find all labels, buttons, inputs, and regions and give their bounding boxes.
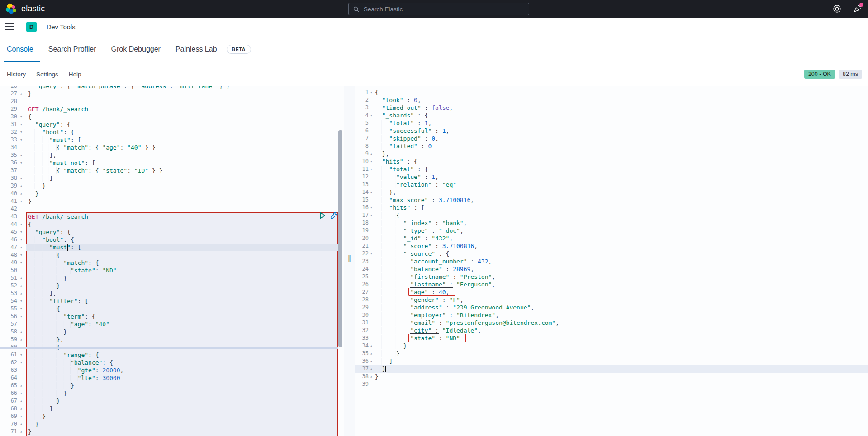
fold-toggle-icon[interactable]: ▾: [369, 112, 374, 119]
code-line[interactable]: 44▾{: [0, 220, 344, 228]
code-line[interactable]: 43GET /bank/_search: [0, 213, 344, 220]
global-search-bar[interactable]: [348, 3, 529, 15]
code-line[interactable]: 1▾{: [355, 89, 868, 96]
code-line[interactable]: 30 "employer" : "Bitendrex",: [355, 311, 868, 319]
elastic-logo-icon[interactable]: [5, 3, 17, 15]
fold-toggle-icon[interactable]: ▴: [17, 274, 25, 282]
fold-toggle-icon[interactable]: ▴: [17, 389, 25, 397]
code-line[interactable]: 59▴ },: [0, 336, 344, 343]
code-line[interactable]: 30▾{: [0, 113, 344, 121]
code-line[interactable]: 32 "city" : "Idledale",: [355, 327, 868, 334]
fold-toggle-icon[interactable]: ▴: [369, 373, 374, 380]
code-line[interactable]: 49▾ "match": {: [0, 259, 344, 267]
code-line[interactable]: 16▾ "hits" : [: [355, 204, 868, 211]
code-line[interactable]: 33 "state" : "ND": [355, 334, 868, 342]
code-line[interactable]: 17▾ {: [355, 211, 868, 219]
code-line[interactable]: 70▴ }: [0, 420, 344, 428]
newsfeed-icon[interactable]: [853, 5, 862, 13]
fold-toggle-icon[interactable]: ▾: [17, 136, 25, 144]
fold-toggle-icon[interactable]: ▴: [17, 182, 25, 190]
code-line[interactable]: 39▴ }: [0, 182, 344, 190]
fold-toggle-icon[interactable]: ▴: [17, 174, 25, 182]
fold-toggle-icon[interactable]: ▾: [17, 244, 25, 251]
code-line[interactable]: 19 "_type" : "_doc",: [355, 227, 868, 234]
fold-toggle-icon[interactable]: ▴: [369, 350, 374, 357]
tab-grok-debugger[interactable]: Grok Debugger: [111, 45, 161, 53]
fold-toggle-icon[interactable]: ▾: [17, 359, 25, 366]
code-line[interactable]: 27 "age" : 40,: [355, 288, 868, 296]
fold-toggle-icon[interactable]: ▴: [17, 405, 25, 413]
fold-toggle-icon[interactable]: ▾: [369, 204, 374, 211]
fold-toggle-icon[interactable]: ▴: [17, 290, 25, 297]
code-line[interactable]: 29 "address" : "239 Greenwood Avenue",: [355, 304, 868, 311]
code-line[interactable]: 5 "total" : 1,: [355, 119, 868, 127]
code-line[interactable]: 4▾ "_shards" : {: [355, 112, 868, 119]
code-line[interactable]: 24 "balance" : 28969,: [355, 265, 868, 273]
breadcrumb[interactable]: Dev Tools: [47, 18, 75, 36]
code-line[interactable]: 9▴ },: [355, 150, 868, 158]
code-line[interactable]: 8 "failed" : 0: [355, 142, 868, 150]
fold-toggle-icon[interactable]: ▴: [369, 150, 374, 158]
fold-toggle-icon[interactable]: ▴: [17, 151, 25, 159]
code-line[interactable]: 37 { "match": { "state": "ID" } }: [0, 167, 344, 174]
menu-settings[interactable]: Settings: [36, 71, 58, 78]
fold-toggle-icon[interactable]: ▾: [369, 211, 374, 219]
code-line[interactable]: 26 "lastname" : "Ferguson",: [355, 281, 868, 288]
fold-toggle-icon[interactable]: ▴: [369, 357, 374, 365]
code-line[interactable]: 14▴ },: [355, 188, 868, 196]
fold-toggle-icon[interactable]: ▾: [369, 89, 374, 96]
fold-toggle-icon[interactable]: ▾: [17, 121, 25, 128]
fold-toggle-icon[interactable]: ▾: [17, 351, 25, 359]
code-line[interactable]: 47▾ "must": [: [0, 244, 344, 251]
code-line[interactable]: 46▾ "bool": {: [0, 236, 344, 244]
code-line[interactable]: 28: [0, 98, 344, 105]
fold-toggle-icon[interactable]: ▾: [369, 158, 374, 165]
code-line[interactable]: 38▴}: [355, 373, 868, 380]
code-line[interactable]: 36▴ ]: [355, 357, 868, 365]
code-line[interactable]: 67▴ }: [0, 397, 344, 405]
fold-toggle-icon[interactable]: ▴: [17, 328, 25, 336]
fold-toggle-icon[interactable]: ▴: [17, 190, 25, 197]
code-line[interactable]: 39: [355, 380, 868, 388]
help-icon[interactable]: [833, 5, 841, 13]
tab-console[interactable]: Console: [7, 45, 33, 53]
code-line[interactable]: 31 "email" : "prestonferguson@bitendrex.…: [355, 319, 868, 327]
menu-icon[interactable]: [5, 23, 14, 30]
code-line[interactable]: 57 "age": "40": [0, 320, 344, 328]
code-line[interactable]: 21 "_score" : 3.7100816,: [355, 242, 868, 250]
code-line[interactable]: 18 "_index" : "bank",: [355, 219, 868, 227]
fold-toggle-icon[interactable]: ▴: [17, 397, 25, 405]
code-line[interactable]: 23 "account_number" : 432,: [355, 258, 868, 265]
fold-toggle-icon[interactable]: ▾: [17, 297, 25, 305]
fold-toggle-icon[interactable]: ▾: [17, 228, 25, 236]
code-line[interactable]: 53▴ ],: [0, 290, 344, 297]
tab-painless-lab[interactable]: Painless Lab: [175, 45, 217, 53]
fold-toggle-icon[interactable]: ▴: [17, 282, 25, 290]
fold-toggle-icon[interactable]: ▾: [17, 159, 25, 167]
panel-resize-handle[interactable]: ‖: [344, 86, 355, 436]
code-line[interactable]: 71▴}: [0, 428, 344, 436]
code-line[interactable]: 40▴ }: [0, 190, 344, 197]
code-line[interactable]: 2 "took" : 0,: [355, 96, 868, 104]
fold-toggle-icon[interactable]: ▾: [369, 165, 374, 173]
code-line[interactable]: 6 "successful" : 1,: [355, 127, 868, 135]
code-line[interactable]: 36▾ "must_not": [: [0, 159, 344, 167]
code-line[interactable]: 50 "state": "ND": [0, 267, 344, 274]
code-line[interactable]: 28 "gender" : "F",: [355, 296, 868, 304]
code-line[interactable]: 54▾ "filter": [: [0, 297, 344, 305]
code-line[interactable]: 45▾ "query": {: [0, 228, 344, 236]
space-avatar[interactable]: D: [26, 22, 37, 32]
code-line[interactable]: 42: [0, 205, 344, 213]
search-input[interactable]: [363, 5, 518, 13]
editor-horizontal-scrollbar[interactable]: [0, 347, 338, 349]
fold-toggle-icon[interactable]: ▴: [17, 90, 25, 98]
menu-help[interactable]: Help: [69, 71, 81, 78]
code-line[interactable]: 48▾ {: [0, 251, 344, 259]
code-line[interactable]: 62▾ "balance": {: [0, 359, 344, 366]
code-line[interactable]: 35▴ }: [355, 350, 868, 357]
code-line[interactable]: 11▾ "total" : {: [355, 165, 868, 173]
code-line[interactable]: 34 { "match": { "age": "40" } }: [0, 144, 344, 151]
code-line[interactable]: 32▾ "bool": {: [0, 128, 344, 136]
code-line[interactable]: 61▾ "range": {: [0, 351, 344, 359]
fold-toggle-icon[interactable]: ▾: [17, 236, 25, 244]
